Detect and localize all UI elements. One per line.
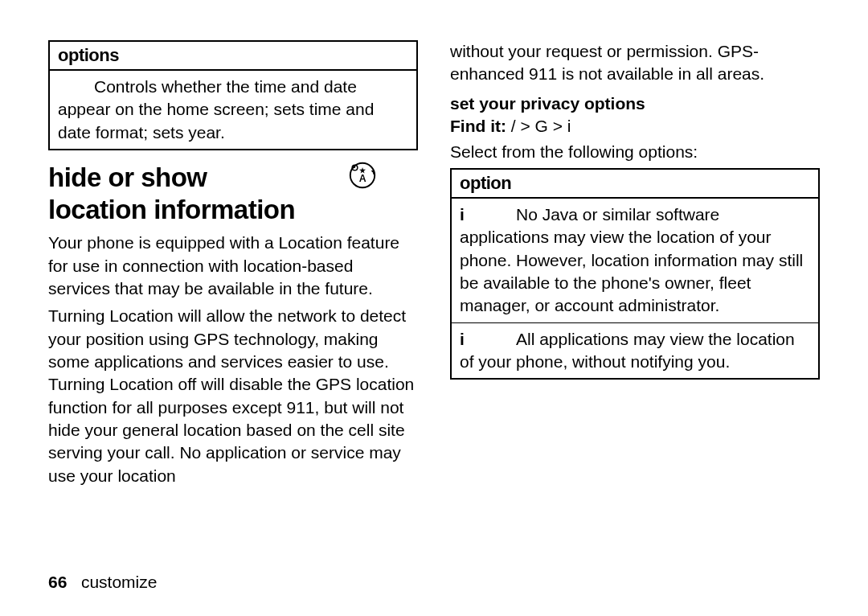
footer-section: customize xyxy=(81,573,158,591)
find-it-line: Find it: / > G > i xyxy=(450,117,820,136)
page-footer: 66 customize xyxy=(48,573,820,592)
continuation-para: without your request or permission. GPS-… xyxy=(450,40,820,86)
right-column: without your request or permission. GPS-… xyxy=(450,40,820,492)
manual-page: options Controls whether the time and da… xyxy=(0,0,868,616)
option-box-header: option xyxy=(452,170,818,199)
two-column-layout: options Controls whether the time and da… xyxy=(48,40,820,492)
option-row-1-label: i xyxy=(460,203,516,226)
options-box-body: Controls whether the time and date appea… xyxy=(50,71,416,149)
option-box: option iNo Java or similar software appl… xyxy=(450,168,820,380)
options-box-header: options xyxy=(50,42,416,71)
svg-text:A: A xyxy=(359,173,366,184)
location-intro-para: Your phone is equipped with a Location f… xyxy=(48,232,418,300)
heading-line2: location information xyxy=(48,195,295,224)
location-info-icon: ★ A xyxy=(347,160,378,191)
options-box-text: Controls whether the time and date appea… xyxy=(58,77,374,142)
heading-line1: hide or show xyxy=(48,162,207,192)
option-row-1: iNo Java or similar software application… xyxy=(452,199,818,323)
find-it-path: / > G > i xyxy=(506,117,571,135)
options-box: options Controls whether the time and da… xyxy=(48,40,418,150)
privacy-subheading: set your privacy options xyxy=(450,94,820,113)
location-detail-para: Turning Location will allow the network … xyxy=(48,305,418,487)
select-intro: Select from the following options: xyxy=(450,141,820,163)
section-heading: hide or show location information ★ A xyxy=(48,162,418,225)
option-row-2: iAll applications may view the location … xyxy=(452,323,818,379)
page-number: 66 xyxy=(48,573,67,591)
find-it-label: Find it: xyxy=(450,117,506,135)
left-column: options Controls whether the time and da… xyxy=(48,40,418,492)
option-row-2-label: i xyxy=(460,328,516,351)
